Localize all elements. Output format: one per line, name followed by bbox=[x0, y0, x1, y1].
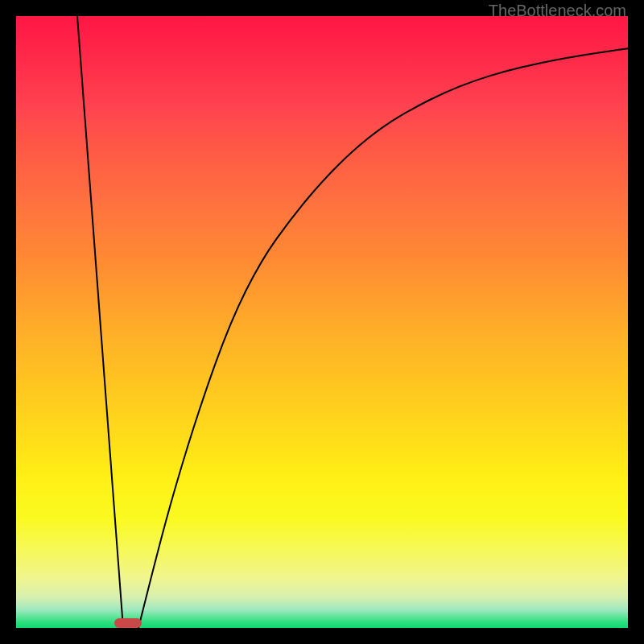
left-line-curve bbox=[77, 16, 123, 628]
right-curve bbox=[138, 48, 628, 628]
watermark-text: TheBottleneck.com bbox=[489, 2, 626, 20]
chart-area bbox=[16, 16, 628, 628]
minimum-marker bbox=[114, 618, 142, 628]
chart-curves bbox=[16, 16, 628, 628]
